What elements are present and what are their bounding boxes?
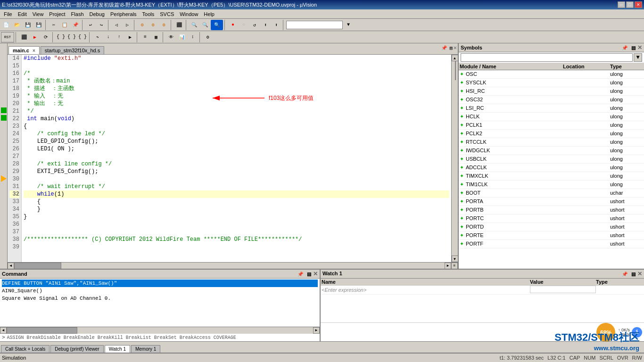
maximize-button[interactable]: □ (626, 1, 634, 8)
nav-btn2[interactable]: ▷ (122, 20, 132, 30)
sym-row-portc[interactable]: ✦PORTCushort (459, 214, 644, 223)
tab-debug-printf[interactable]: Debug (printf) Viewer (50, 345, 103, 353)
sym-row-hsi_rc[interactable]: ✦HSI_RCulong (459, 87, 644, 96)
tab-memory1[interactable]: Memory 1 (131, 345, 160, 353)
vscroll-down[interactable]: ▼ (452, 255, 458, 262)
cmd-hscroll-thumb[interactable] (7, 327, 77, 334)
t2-watch-btn[interactable]: 👁 (166, 32, 176, 42)
symbols-float-btn[interactable]: ▤ (631, 45, 636, 50)
t2-stepover-btn[interactable]: ↷ (92, 32, 103, 42)
symbols-search-input[interactable] (461, 53, 633, 62)
sym-row-iwdgclk[interactable]: ✦IWDGCLKulong (459, 147, 644, 155)
tab-startup[interactable]: startup_stm32f10x_hd.s (41, 46, 104, 54)
hscroll-thumb[interactable] (14, 263, 61, 269)
t2-setup-btn[interactable]: ⚙ (203, 32, 213, 42)
debug-btn5[interactable]: ⬆ (271, 20, 281, 30)
editor-float-btn[interactable]: ▤ (450, 45, 453, 51)
menu-edit[interactable]: Edit (15, 10, 30, 18)
paste-btn[interactable]: 📌 (70, 20, 81, 30)
debug-stop-btn[interactable]: ○ (239, 20, 249, 30)
find-btn[interactable]: 🔍 (211, 20, 223, 30)
tab-main-c-close[interactable]: × (33, 48, 35, 53)
sym-row-sysclk[interactable]: ✦SYSCLKulong (459, 79, 644, 87)
sym-row-portf[interactable]: ✦PORTFushort (459, 240, 644, 248)
menu-file[interactable]: File (1, 10, 15, 18)
command-close-btn[interactable]: ✕ (313, 271, 318, 277)
command-pin-icon[interactable]: 📌 (297, 272, 303, 277)
symbols-close-btn[interactable]: ✕ (637, 44, 642, 51)
t2-perf-btn[interactable]: 📊 (177, 32, 187, 42)
editor-close-btn[interactable]: ✕ (454, 44, 457, 51)
menu-help[interactable]: Help (201, 10, 217, 18)
t2-btn6[interactable]: { } (77, 32, 88, 42)
hscroll-track[interactable] (14, 263, 445, 269)
sym-row-hclk[interactable]: ✦HCLKulong (459, 113, 644, 121)
t2-btn7[interactable]: ↕ (188, 32, 198, 42)
editor-hscroll[interactable]: ◄ ► ≡ (8, 262, 458, 269)
sym-row-porta[interactable]: ✦PORTAushort (459, 197, 644, 206)
rst-btn[interactable]: RST (1, 32, 14, 42)
menu-peripherals[interactable]: Peripherals (107, 10, 140, 18)
t2-run-btn[interactable]: ▶ (30, 32, 40, 42)
code-area[interactable]: #include "exti.h" /* * 函数名：main * 描述 ：主函… (22, 55, 451, 262)
minimize-button[interactable]: ─ (618, 1, 625, 8)
watch-value-input[interactable] (530, 286, 596, 293)
sym-row-portd[interactable]: ✦PORTDushort (459, 223, 644, 231)
sym-row-tim1clk[interactable]: ✦TIM1CLKulong (459, 181, 644, 189)
t2-btn4[interactable]: { } (56, 32, 66, 42)
dbg-btn2[interactable]: 🔍 (200, 20, 210, 30)
t2-disasm-btn[interactable]: ≡ (140, 32, 150, 42)
sym-row-pclk2[interactable]: ✦PCLK2ulong (459, 130, 644, 138)
tab-watch1[interactable]: Watch 1 (105, 345, 130, 353)
sym-row-lsi_rc[interactable]: ✦LSI_RCulong (459, 104, 644, 113)
hscroll-corner[interactable]: ≡ (451, 263, 458, 269)
symbols-search-btn[interactable]: ▼ (634, 53, 642, 62)
sym-row-portb[interactable]: ✦PORTBushort (459, 206, 644, 214)
debug-start-btn[interactable]: ● (228, 20, 238, 30)
t2-btn3[interactable]: ⟳ (41, 32, 51, 42)
debug-btn4[interactable]: ⬆ (260, 20, 271, 30)
menu-tools[interactable]: Tools (140, 10, 157, 18)
nav-btn1[interactable]: ◁ (111, 20, 122, 30)
stop-btn[interactable]: ⬛ (174, 20, 184, 30)
hscroll-right[interactable]: ► (445, 263, 451, 269)
editor-vscroll[interactable]: ▲ ▼ (451, 55, 458, 262)
watch-float-btn[interactable]: ▤ (631, 272, 636, 277)
undo-btn[interactable]: ↩ (85, 20, 96, 30)
cut-btn[interactable]: ✂ (49, 20, 59, 30)
cmd-hscroll-track[interactable] (7, 327, 313, 334)
menu-project[interactable]: Project (46, 10, 68, 18)
dbg-btn1[interactable]: 🔍 (189, 20, 199, 30)
redo-btn[interactable]: ↪ (96, 20, 107, 30)
search-btn[interactable]: ▼ (343, 20, 354, 30)
sym-row-osc32[interactable]: ✦OSC32ulong (459, 96, 644, 104)
menu-view[interactable]: View (30, 10, 47, 18)
new-btn[interactable]: 📄 (1, 20, 11, 30)
menu-flash[interactable]: Flash (68, 10, 87, 18)
build-btn[interactable]: ⚙ (137, 20, 148, 30)
command-float-btn[interactable]: ▤ (307, 272, 311, 277)
sym-row-usbclk[interactable]: ✦USBCLKulong (459, 155, 644, 164)
sym-row-rtcclk[interactable]: ✦RTCCLKulong (459, 138, 644, 147)
sym-row-timxclk[interactable]: ✦TIMXCLKulong (459, 172, 644, 181)
sym-row-adcclk[interactable]: ✦ADCCLKulong (459, 164, 644, 172)
debug-reset-btn[interactable]: ↺ (249, 20, 260, 30)
save-btn[interactable]: 💾 (23, 20, 33, 30)
t2-stepin-btn[interactable]: ↓ (103, 32, 114, 42)
menu-window[interactable]: Window (177, 10, 201, 18)
build-all-btn[interactable]: ⚙ (148, 20, 158, 30)
vscroll-up[interactable]: ▲ (452, 55, 458, 61)
menu-svcs[interactable]: SVCS (157, 10, 177, 18)
editor-pin-icon[interactable]: 📌 (441, 45, 447, 51)
rebuild-btn[interactable]: ⚙ (159, 20, 169, 30)
hscroll-left[interactable]: ◄ (8, 263, 14, 269)
symbols-pin-icon[interactable]: 📌 (622, 45, 627, 50)
t2-runto-btn[interactable]: ▶ (125, 32, 135, 42)
vscroll-thumb[interactable] (455, 61, 456, 80)
cmd-hscroll-left[interactable]: ◄ (0, 327, 7, 334)
copy-btn[interactable]: 📋 (59, 20, 70, 30)
close-button[interactable]: ✕ (635, 1, 642, 8)
cmd-hscroll-right[interactable]: ► (313, 327, 320, 334)
sym-row-porte[interactable]: ✦PORTEushort (459, 231, 644, 240)
t2-btn5[interactable]: { } (66, 32, 77, 42)
